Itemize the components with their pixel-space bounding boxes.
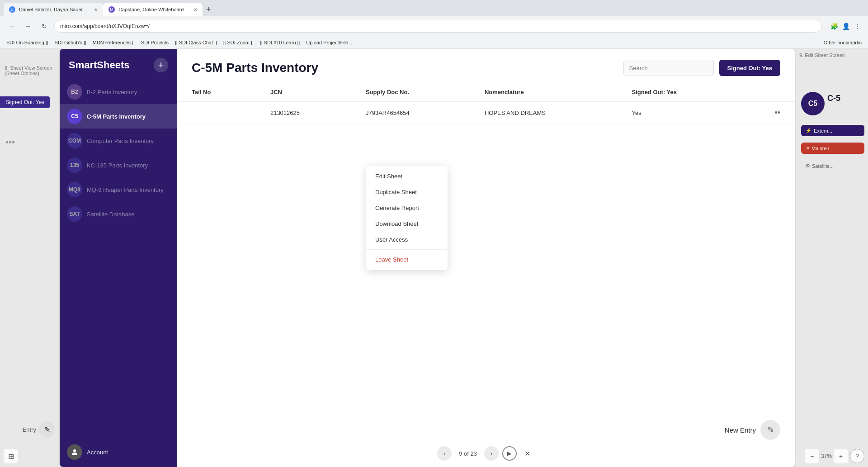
add-sheet-button[interactable]: +	[154, 58, 168, 72]
sheet-title: C-5M Parts Inventory	[192, 61, 318, 75]
bookmark-upload[interactable]: Upload Project/File...	[303, 39, 355, 46]
new-entry-area: New Entry ✎	[725, 420, 780, 440]
canvas-left-peek: 8. Sheet View Screen (Sheet Options) Sig…	[0, 49, 59, 467]
ext-icon-right: ⚡ Extern...	[801, 125, 864, 136]
x-icon: ✕	[806, 145, 810, 151]
cell-supply-doc: J793AR4654654	[351, 101, 470, 124]
grid-toggle-left[interactable]: ⊞	[4, 449, 18, 463]
url-bar[interactable]: miro.com/app/board/uXJVOqfEnzw=/	[54, 20, 822, 33]
zoom-in-button[interactable]: +	[834, 449, 848, 463]
zoom-out-button[interactable]: −	[805, 449, 819, 463]
sat-label: Satellite...	[812, 163, 834, 169]
svg-point-0	[73, 449, 76, 452]
ext-label: Extern...	[814, 128, 832, 133]
pagination-next[interactable]: ›	[484, 446, 499, 461]
bookmark-other[interactable]: Other bookmarks	[821, 39, 864, 46]
sidebar-label-mq9: MQ-9 Reaper Parts Inventory	[87, 186, 164, 193]
menu-item-download-sheet[interactable]: Download Sheet	[366, 216, 448, 232]
tab-1[interactable]: D Daniel Salazar, Dayan Sauerbron... ✕	[4, 3, 103, 16]
c5-badge-right: C5	[801, 92, 825, 115]
table-header-row: Tail No JCN Supply Doc No. Nomenclature …	[177, 83, 795, 101]
sidebar-label-135: KC-135 Parts Inventory	[87, 162, 148, 169]
bookmark-learn[interactable]: || SDI #10 Learn ||	[257, 39, 302, 46]
cell-actions: ••	[738, 101, 795, 124]
cell-signed-out: Yes	[617, 101, 738, 124]
bookmark-sdi-projects[interactable]: SDI Projects	[138, 39, 171, 46]
badge-135: 135	[67, 157, 82, 173]
reload-button[interactable]: ↻	[38, 20, 51, 33]
pagination-close[interactable]: ✕	[520, 446, 535, 461]
bookmark-mdn[interactable]: MDN References ||	[90, 39, 137, 46]
bookmark-sdi-github[interactable]: SDI Github's ||	[52, 39, 89, 46]
pagination-bar: ‹ 9 of 23 › ▶ ✕	[177, 440, 795, 467]
account-label: Account	[87, 449, 108, 456]
new-tab-button[interactable]: +	[203, 3, 219, 16]
new-entry-label: New Entry	[725, 426, 756, 434]
sidebar-footer: Account	[60, 437, 177, 467]
new-entry-button[interactable]: ✎	[760, 420, 780, 440]
pagination-play[interactable]: ▶	[502, 446, 517, 461]
sheet-table: Tail No JCN Supply Doc No. Nomenclature …	[177, 83, 795, 124]
entry-label-left: Entry	[23, 426, 36, 433]
bookmark-class-chat[interactable]: || SDI Class Chat ||	[172, 39, 220, 46]
sidebar-item-mq9[interactable]: MQ9 MQ-9 Reaper Parts Inventory	[60, 177, 177, 202]
sidebar-label-b2: B-2 Parts Inventory	[87, 89, 137, 95]
signed-out-badge-left: Signed Out: Yes	[0, 96, 50, 108]
back-button[interactable]: ←	[5, 20, 18, 33]
forward-button[interactable]: →	[22, 20, 34, 33]
sidebar-item-c5[interactable]: C5 C-5M Parts Inventory	[60, 104, 177, 129]
menu-item-generate-report[interactable]: Generate Report	[366, 200, 448, 216]
profile-icon[interactable]: 👤	[841, 21, 851, 31]
menu-item-user-access[interactable]: User Access	[366, 232, 448, 248]
table-row: 213012625 J793AR4654654 HOPES AND DREAMS…	[177, 101, 795, 124]
badge-com: COM	[67, 133, 82, 148]
tab-2[interactable]: M Capstone, Online Whiteboard fo... ✕	[103, 3, 203, 16]
new-entry-btn-left[interactable]: ✎	[39, 421, 55, 438]
tab-2-close[interactable]: ✕	[193, 7, 197, 12]
menu-item-duplicate-sheet[interactable]: Duplicate Sheet	[366, 184, 448, 200]
sidebar-item-com[interactable]: COM Computer Parts Inventory	[60, 129, 177, 153]
pagination-label: 9 of 23	[455, 450, 481, 457]
row-actions-button[interactable]: ••	[774, 108, 780, 118]
help-button[interactable]: ?	[850, 449, 864, 463]
cell-tail-no	[177, 101, 256, 124]
signed-out-button[interactable]: Signed Out: Yes	[719, 60, 780, 76]
section-label-right: 9. Edit Sheet Screen	[799, 52, 845, 58]
c5-text-right: C-5	[827, 94, 840, 103]
tab-2-favicon: M	[108, 6, 115, 13]
col-actions	[738, 83, 795, 101]
col-nomenclature: Nomenclature	[470, 83, 618, 101]
canvas-right-peek: 9. Edit Sheet Screen C5 C-5 ⚡ Extern... …	[796, 49, 868, 467]
account-avatar	[67, 444, 82, 460]
lightning-icon: ⚡	[806, 128, 812, 133]
menu-icon[interactable]: ⋮	[853, 21, 863, 31]
cell-nomenclature: HOPES AND DREAMS	[470, 101, 618, 124]
dots-left[interactable]: •••	[5, 137, 15, 148]
badge-c5: C5	[67, 109, 82, 124]
tab-1-title: Daniel Salazar, Dayan Sauerbron...	[19, 7, 90, 12]
menu-item-edit-sheet[interactable]: Edit Sheet	[366, 168, 448, 184]
bookmark-sdi-onboarding[interactable]: SDI On-Boarding ||	[4, 39, 51, 46]
tab-1-close[interactable]: ✕	[94, 7, 98, 12]
extensions-icon[interactable]: 🧩	[829, 21, 839, 31]
sat-icon-right: ⚙ Satellite...	[801, 160, 864, 172]
bookmark-zoom[interactable]: || SDI Zoom ||	[221, 39, 256, 46]
sidebar-item-135[interactable]: 135 KC-135 Parts Inventory	[60, 153, 177, 177]
sheet-content: C-5M Parts Inventory Signed Out: Yes Tai…	[177, 49, 795, 467]
sidebar: SmartSheets + B2 B-2 Parts Inventory C5 …	[60, 49, 177, 467]
context-menu: Edit Sheet Duplicate Sheet Generate Repo…	[366, 166, 448, 270]
gear-icon: ⚙	[806, 163, 810, 169]
pagination-prev[interactable]: ‹	[437, 446, 452, 461]
sheet-header: C-5M Parts Inventory Signed Out: Yes	[177, 49, 795, 83]
sidebar-item-b2[interactable]: B2 B-2 Parts Inventory	[60, 80, 177, 104]
tab-1-favicon: D	[9, 6, 15, 13]
url-text: miro.com/app/board/uXJVOqfEnzw=/	[60, 23, 816, 29]
menu-item-leave-sheet[interactable]: Leave Sheet	[366, 252, 448, 267]
search-input[interactable]	[623, 60, 714, 76]
sidebar-label-c5: C-5M Parts Inventory	[87, 113, 146, 120]
section-label-left: 8. Sheet View Screen (Sheet Options)	[5, 65, 59, 76]
sidebar-item-sat[interactable]: SAT Satellite Database	[60, 202, 177, 226]
menu-divider	[366, 249, 448, 250]
col-tail-no: Tail No	[177, 83, 256, 101]
sidebar-label-com: Computer Parts Inventory	[87, 138, 154, 144]
